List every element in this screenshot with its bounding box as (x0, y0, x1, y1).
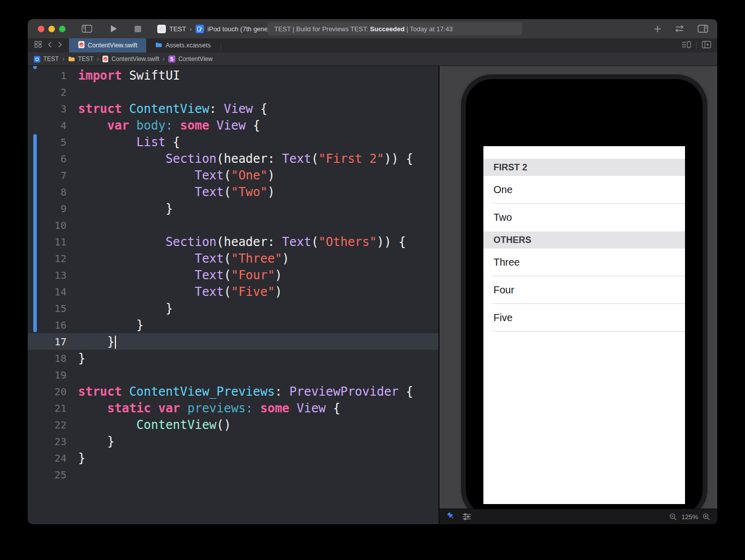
line-number[interactable]: 22 (28, 419, 67, 431)
code-text[interactable]: List { (78, 135, 180, 149)
row-separator (492, 331, 685, 332)
source-control-change-bar[interactable] (33, 134, 37, 332)
jumpbar-item-project[interactable]: TEST (34, 55, 59, 63)
code-text[interactable]: Text("Five") (78, 285, 282, 299)
run-button[interactable] (110, 25, 117, 33)
code-line[interactable]: 4 var body: some View { (28, 117, 439, 134)
code-line[interactable]: 2 (28, 84, 439, 100)
code-text[interactable]: } (78, 351, 85, 365)
list-item[interactable]: Three (483, 248, 685, 276)
tab-separator (221, 42, 221, 49)
tab-assets-xcassets[interactable]: Assets.xcassets (146, 38, 220, 52)
code-line[interactable]: 12 Text("Three") (28, 250, 439, 267)
code-text[interactable]: Text("One") (78, 168, 275, 182)
line-number[interactable]: 24 (28, 452, 67, 464)
code-text[interactable]: import SwiftUI (78, 69, 180, 83)
code-text[interactable]: ContentView() (78, 418, 231, 432)
code-text[interactable]: var body: some View { (78, 118, 260, 133)
zoom-level[interactable]: 125% (681, 513, 698, 521)
code-text[interactable]: Section(header: Text("Others")) { (78, 235, 406, 249)
zoom-out-icon[interactable] (669, 513, 677, 521)
code-line[interactable]: 16 } (28, 317, 439, 333)
library-plus-icon[interactable] (654, 25, 661, 33)
list-item[interactable]: One (483, 176, 685, 204)
code-line[interactable]: 17 } (28, 333, 439, 350)
line-number[interactable]: 17 (28, 336, 67, 348)
code-text[interactable]: } (78, 318, 144, 332)
add-editor-icon[interactable] (702, 41, 711, 50)
app-target-icon[interactable] (157, 25, 166, 33)
go-forward-icon[interactable] (58, 41, 62, 50)
source-editor[interactable]: 1import SwiftUI23struct ContentView: Vie… (28, 66, 439, 524)
code-line[interactable]: 9 } (28, 200, 439, 217)
code-line[interactable]: 25 (28, 466, 439, 483)
code-text[interactable]: } (78, 301, 173, 316)
minimize-button[interactable] (48, 26, 55, 32)
code-line[interactable]: 20struct ContentView_Previews: PreviewPr… (28, 383, 439, 400)
jumpbar-item-symbol[interactable]: S ContentView (168, 55, 213, 63)
code-line[interactable]: 19 (28, 366, 439, 383)
list-top-spacer (483, 146, 685, 159)
code-line[interactable]: 15 } (28, 300, 439, 317)
line-number[interactable]: 4 (28, 119, 67, 132)
code-line[interactable]: 6 Section(header: Text("First 2")) { (28, 150, 439, 167)
stop-button[interactable] (135, 26, 141, 32)
line-number[interactable]: 2 (28, 86, 67, 98)
zoom-button[interactable] (59, 26, 66, 32)
preview-options-icon[interactable] (463, 513, 472, 520)
toggle-navigator-icon[interactable] (82, 25, 92, 33)
code-line[interactable]: 18} (28, 350, 439, 366)
code-text[interactable]: Text("Four") (78, 268, 282, 282)
list-item[interactable]: Five (483, 304, 685, 332)
toggle-inspector-icon[interactable] (698, 25, 708, 33)
scheme-name[interactable]: TEST (169, 25, 186, 33)
code-text[interactable]: Text("Three") (78, 252, 289, 266)
code-review-icon[interactable] (673, 25, 686, 32)
code-text[interactable]: } (78, 434, 114, 449)
code-text[interactable]: } (78, 335, 116, 349)
code-line[interactable]: 23 } (28, 433, 439, 450)
line-number[interactable]: 21 (28, 402, 67, 414)
code-text[interactable]: } (78, 202, 173, 216)
code-line[interactable]: 7 Text("One") (28, 167, 439, 183)
code-text[interactable]: static var previews: some View { (78, 401, 340, 415)
code-text[interactable]: } (78, 451, 85, 465)
show-all-tabs-icon[interactable] (34, 41, 42, 50)
code-line[interactable]: 22 ContentView() (28, 416, 439, 433)
code-line[interactable]: 14 Text("Five") (28, 283, 439, 300)
code-text[interactable]: Section(header: Text("First 2")) { (78, 152, 413, 166)
code-text[interactable]: Text("Two") (78, 185, 275, 199)
code-line[interactable]: 3struct ContentView: View { (28, 100, 439, 117)
code-line[interactable]: 5 List { (28, 134, 439, 150)
line-number[interactable]: 23 (28, 435, 67, 448)
line-number[interactable]: 1 (28, 70, 67, 82)
code-line[interactable]: 8 Text("Two") (28, 183, 439, 200)
line-number[interactable]: 20 (28, 386, 67, 398)
list-item[interactable]: Four (483, 276, 685, 304)
code-text[interactable]: struct ContentView: View { (78, 102, 268, 116)
line-number[interactable]: 3 (28, 103, 67, 115)
line-number[interactable]: 19 (28, 369, 67, 381)
pin-preview-icon[interactable] (447, 512, 455, 522)
code-line[interactable]: 10 (28, 217, 439, 233)
tab-contentview-swift[interactable]: ContentView.swift (69, 38, 146, 52)
zoom-in-icon[interactable] (703, 513, 710, 521)
line-number[interactable]: 25 (28, 469, 67, 481)
activity-status[interactable]: TEST | Build for Previews TEST: Succeede… (267, 22, 522, 35)
jumpbar-item-group[interactable]: TEST (68, 55, 94, 63)
tab-label: ContentView.swift (88, 42, 137, 49)
code-text[interactable]: struct ContentView_Previews: PreviewProv… (78, 385, 413, 399)
tab-label: Assets.xcassets (165, 42, 211, 49)
code-line[interactable]: 21 static var previews: some View { (28, 400, 439, 416)
simulator-device-icon[interactable] (196, 25, 204, 33)
jumpbar-item-file[interactable]: ContentView.swift (102, 55, 159, 63)
code-line[interactable]: 1import SwiftUI (28, 67, 439, 84)
go-back-icon[interactable] (48, 41, 52, 50)
list-item[interactable]: Two (483, 204, 685, 231)
line-number[interactable]: 18 (28, 352, 67, 364)
code-line[interactable]: 13 Text("Four") (28, 267, 439, 283)
editor-options-icon[interactable] (682, 41, 691, 50)
code-line[interactable]: 24} (28, 450, 439, 466)
code-line[interactable]: 11 Section(header: Text("Others")) { (28, 233, 439, 250)
close-button[interactable] (38, 26, 44, 32)
